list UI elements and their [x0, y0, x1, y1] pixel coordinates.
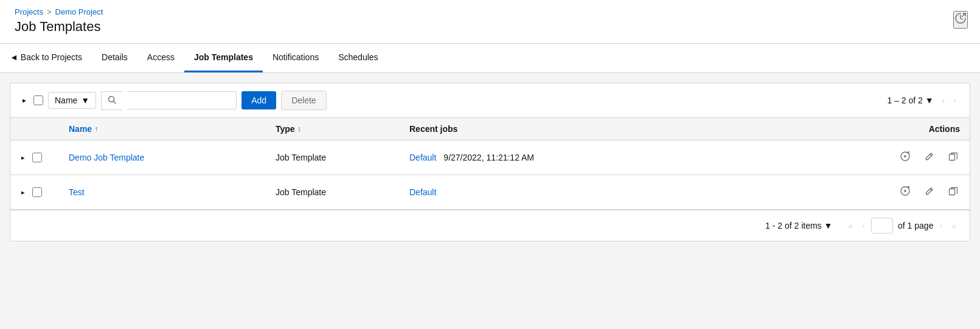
svg-line-2 [114, 101, 116, 103]
row-1-expand-button[interactable]: ▸ [20, 153, 26, 163]
filter-dropdown-icon: ▼ [81, 95, 89, 105]
next-page-button[interactable]: › [950, 93, 960, 108]
column-header-type[interactable]: Type ↕ [276, 124, 409, 134]
row-2-name-link[interactable]: Test [69, 187, 85, 197]
expand-all-button[interactable]: ▸ [20, 94, 29, 107]
svg-line-5 [930, 189, 932, 190]
table-row: ▸ Test Job Template Default [10, 175, 970, 210]
toolbar-pagination[interactable]: 1 – 2 of 2 ▼ [887, 95, 933, 105]
row-1-copy-button[interactable] [946, 150, 960, 166]
pagination-summary: 1 – 2 of 2 [887, 95, 922, 105]
row-2-edit-button[interactable] [922, 184, 936, 201]
row-2-recent-job-link[interactable]: Default [409, 187, 436, 197]
page-title: Job Templates [15, 19, 965, 35]
row-2-type: Job Template [276, 187, 409, 197]
filter-select[interactable]: Name ▼ [48, 92, 96, 109]
sort-arrow-name: ↑ [94, 125, 98, 133]
breadcrumb: Projects > Demo Project [15, 7, 965, 16]
row-2-recent-jobs: Default [409, 187, 850, 197]
main-content: ▸ Name ▼ Add Delete 1 – 2 of 2 ▼ ‹ [10, 83, 970, 241]
svg-line-3 [930, 154, 932, 156]
row-1-controls: ▸ [20, 153, 69, 163]
svg-rect-4 [950, 154, 955, 160]
top-bar: Projects > Demo Project Job Templates [0, 0, 980, 44]
row-1-type: Job Template [276, 153, 409, 162]
column-header-recent-jobs: Recent jobs [409, 124, 850, 134]
row-1-name-link[interactable]: Demo Job Template [69, 153, 144, 162]
prev-page-button-footer[interactable]: ‹ [859, 219, 869, 233]
tab-job-templates[interactable]: Job Templates [184, 44, 263, 72]
row-1-recent-jobs: Default 9/27/2022, 11:21:12 AM [409, 153, 850, 162]
items-summary: 1 - 2 of 2 items [765, 221, 822, 230]
tab-back-label: Back to Projects [21, 52, 82, 62]
history-button[interactable] [953, 11, 968, 29]
pagination-dropdown-icon: ▼ [925, 95, 934, 105]
tab-schedules[interactable]: Schedules [328, 44, 387, 72]
column-header-actions: Actions [850, 124, 960, 134]
select-all-checkbox[interactable] [33, 95, 43, 105]
row-1-checkbox[interactable] [32, 153, 42, 162]
last-page-button[interactable]: » [948, 219, 960, 233]
first-page-button[interactable]: « [844, 219, 856, 233]
items-info: 1 - 2 of 2 items ▼ [765, 221, 832, 230]
delete-button[interactable]: Delete [281, 91, 326, 110]
footer-page-nav: « ‹ 1 of 1 page › » [844, 218, 960, 234]
next-page-button-footer[interactable]: › [936, 219, 945, 233]
row-1-actions [850, 149, 960, 166]
prev-page-button[interactable]: ‹ [939, 93, 949, 108]
search-button[interactable] [101, 91, 122, 110]
table-header: Name ↑ Type ↕ Recent jobs Actions [10, 118, 970, 140]
items-dropdown-icon[interactable]: ▼ [824, 221, 833, 230]
page-number-input[interactable]: 1 [871, 218, 893, 234]
breadcrumb-separator: > [47, 7, 52, 16]
of-page-label: of 1 page [898, 221, 933, 230]
search-input[interactable] [127, 91, 237, 109]
tab-back-to-projects[interactable]: ◄ Back to Projects [10, 44, 92, 72]
row-2-checkbox[interactable] [32, 187, 42, 197]
row-2-actions [850, 184, 960, 201]
filter-label: Name [55, 95, 77, 105]
toolbar-pagination-nav: ‹ › [939, 93, 960, 108]
row-1-recent-timestamp: 9/27/2022, 11:21:12 AM [443, 153, 534, 162]
row-1-launch-button[interactable] [898, 149, 912, 166]
nav-tabs: ◄ Back to Projects Details Access Job Te… [0, 44, 980, 73]
tab-details[interactable]: Details [92, 44, 137, 72]
column-header-name[interactable]: Name ↑ [69, 124, 276, 134]
sort-handle-type: ↕ [297, 125, 301, 133]
row-2-copy-button[interactable] [946, 184, 960, 201]
row-2-launch-button[interactable] [898, 184, 912, 201]
toolbar: ▸ Name ▼ Add Delete 1 – 2 of 2 ▼ ‹ [10, 83, 970, 118]
row-1-edit-button[interactable] [922, 150, 936, 166]
svg-rect-6 [950, 189, 955, 195]
search-icon [108, 95, 116, 104]
row-1-recent-job-link[interactable]: Default [409, 153, 436, 162]
footer-pagination: 1 - 2 of 2 items ▼ « ‹ 1 of 1 page › » [10, 210, 970, 241]
add-button[interactable]: Add [242, 91, 276, 109]
row-2-controls: ▸ [20, 187, 69, 198]
tab-access[interactable]: Access [137, 44, 184, 72]
tab-notifications[interactable]: Notifications [263, 44, 328, 72]
table-row: ▸ Demo Job Template Job Template Default… [10, 140, 970, 175]
breadcrumb-current[interactable]: Demo Project [55, 7, 103, 16]
breadcrumb-projects[interactable]: Projects [15, 7, 43, 16]
row-2-expand-button[interactable]: ▸ [20, 187, 26, 198]
